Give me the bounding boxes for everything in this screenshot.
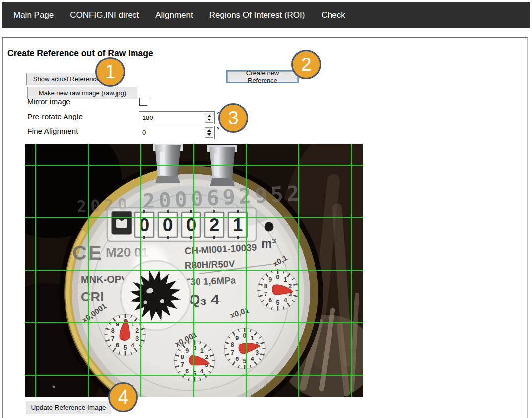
svg-text:0: 0	[276, 274, 280, 281]
nav-alignment[interactable]: Alignment	[155, 10, 193, 20]
callout-2: 2	[291, 50, 321, 79]
spinner-down-icon[interactable]	[207, 119, 211, 121]
fine-alignment-label: Fine Alignment	[27, 127, 78, 136]
temp-pressure-mark: T30 1,6MPa	[184, 275, 236, 287]
svg-text:5: 5	[124, 344, 127, 351]
test-dot	[265, 222, 274, 232]
svg-text:6: 6	[268, 297, 272, 304]
brand-mark-2: CRI	[81, 290, 104, 304]
odometer-digit-windows: 0 0 0 2 1	[135, 210, 247, 239]
svg-text:1: 1	[284, 276, 287, 283]
svg-text:6: 6	[235, 356, 239, 362]
svg-text:1: 1	[200, 347, 204, 354]
prerotate-angle-label: Pre-rotate Angle	[27, 112, 83, 121]
svg-text:8: 8	[231, 341, 234, 348]
svg-text:7: 7	[264, 291, 267, 298]
prerotate-spinner[interactable]	[205, 113, 213, 123]
spinner-down-icon[interactable]	[207, 133, 211, 136]
create-new-reference-button[interactable]: Create new Reference	[226, 70, 299, 83]
svg-text:2: 2	[135, 327, 139, 334]
svg-text:6: 6	[185, 368, 189, 375]
svg-text:9: 9	[185, 347, 189, 354]
spinner-up-icon[interactable]	[207, 129, 211, 132]
reference-image-preview: 2020 2000692952 0 0 0 2 1	[25, 144, 363, 397]
svg-text:5: 5	[276, 299, 280, 306]
svg-text:8: 8	[181, 354, 184, 360]
callout-1: 1	[95, 57, 125, 87]
mirror-image-label: Mirror image	[27, 97, 70, 106]
fine-alignment-spinner[interactable]	[205, 127, 213, 138]
callout-3: 3	[218, 103, 248, 133]
svg-text:4: 4	[251, 356, 254, 362]
svg-text:3: 3	[135, 335, 139, 342]
update-reference-image-button[interactable]: Update Reference Image	[26, 401, 111, 414]
svg-text:8: 8	[111, 327, 115, 334]
show-actual-reference-button[interactable]: Show actual Reference	[26, 73, 107, 85]
svg-text:2: 2	[205, 354, 208, 360]
svg-text:8: 8	[264, 283, 267, 290]
unit-label: m³	[261, 237, 276, 250]
svg-text:9: 9	[235, 335, 239, 342]
fine-alignment-degree-unit: °	[217, 125, 220, 133]
prerotate-angle-input[interactable]	[139, 111, 215, 124]
mirror-image-checkbox[interactable]	[139, 98, 147, 106]
fine-alignment-input[interactable]	[139, 126, 215, 139]
top-navigation: Main Page CONFIG.INI direct Alignment Re…	[2, 2, 530, 28]
clip-left	[153, 144, 183, 183]
svg-text:7: 7	[111, 335, 115, 342]
fine-alignment-field	[139, 126, 215, 139]
page-title: Create Reference out of Raw Image	[7, 48, 153, 59]
ce-mark: CE	[72, 242, 103, 264]
svg-text:1: 1	[131, 321, 134, 328]
prerotate-angle-field	[139, 111, 215, 124]
svg-text:7: 7	[181, 361, 184, 368]
svg-text:1: 1	[251, 335, 254, 342]
svg-text:4: 4	[131, 342, 134, 349]
callout-4: 4	[108, 382, 138, 412]
svg-text:9: 9	[116, 321, 119, 328]
nav-roi[interactable]: Regions Of Interest (ROI)	[209, 10, 305, 20]
nav-main-page[interactable]: Main Page	[13, 10, 54, 20]
svg-text:9: 9	[268, 276, 272, 283]
svg-text:4: 4	[284, 297, 287, 304]
nav-config-ini[interactable]: CONFIG.INI direct	[70, 10, 139, 20]
ratio-mark: R80H/R50V	[184, 258, 235, 271]
svg-text:6: 6	[116, 342, 119, 349]
reference-page: Main Page CONFIG.INI direct Alignment Re…	[0, 0, 532, 418]
spinner-up-icon[interactable]	[207, 115, 211, 117]
svg-text:3: 3	[255, 349, 259, 356]
nav-check[interactable]: Check	[321, 10, 345, 20]
svg-text:4: 4	[200, 368, 204, 375]
svg-text:7: 7	[231, 349, 234, 356]
